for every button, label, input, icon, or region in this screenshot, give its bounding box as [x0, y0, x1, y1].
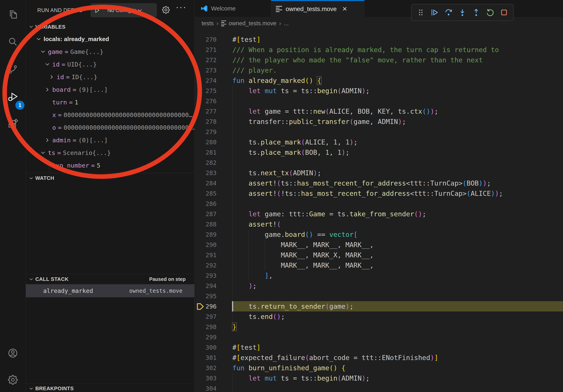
line-number[interactable]: 303 [194, 373, 217, 383]
line-number[interactable]: 280 [194, 137, 217, 147]
code-line-304[interactable]: 304 [194, 383, 563, 392]
code-line-298[interactable]: 298} [194, 322, 563, 332]
code-line-271[interactable]: 271/// When a position is already marked… [194, 45, 563, 55]
source-control-icon[interactable] [7, 64, 18, 75]
line-number[interactable]: 286 [194, 198, 217, 209]
settings-gear-icon[interactable] [7, 374, 18, 385]
code-line-283[interactable]: 283 ts.next_tx(ADMIN); [194, 168, 563, 178]
chevron-right-icon[interactable] [44, 137, 51, 144]
code-line-272[interactable]: 272/// the player who made the "false" m… [194, 55, 563, 65]
search-icon[interactable] [7, 36, 18, 47]
code-line-277[interactable]: 277 let game = ttt::new(ALICE, BOB, KEY,… [194, 106, 563, 117]
code-line-270[interactable]: 270#[test] [194, 34, 563, 45]
code-line-291[interactable]: 291 MARK__, MARK_X, MARK__, [194, 250, 563, 260]
code-line-285[interactable]: 285 assert!(!ts::has_most_recent_for_add… [194, 188, 563, 198]
call-stack-section-header[interactable]: CALL STACK Paused on step [26, 274, 194, 284]
code-line-281[interactable]: 281 ts.place_mark(BOB, 1, 1); [194, 147, 563, 157]
code-line-290[interactable]: 290 MARK__, MARK__, MARK__, [194, 240, 563, 250]
code-line-300[interactable]: 300#[test] [194, 342, 563, 353]
line-number[interactable]: 298 [194, 322, 217, 332]
variable-row[interactable]: admin=(0)[...] [26, 134, 194, 146]
variable-row[interactable]: txn_number=5 [26, 159, 194, 172]
code-line-301[interactable]: 301#[expected_failure(abort_code = ttt::… [194, 353, 563, 363]
breadcrumb-symbol[interactable]: ... [284, 20, 289, 27]
variable-row[interactable]: o=00000000000000000000000000000000000… [26, 121, 194, 134]
line-number[interactable]: 273 [194, 65, 217, 75]
extensions-icon[interactable] [7, 118, 18, 130]
line-number[interactable]: 302 [194, 363, 217, 373]
variables-scope-row[interactable]: locals: already_marked [26, 33, 194, 45]
code-line-274[interactable]: 274fun already_marked() { [194, 75, 563, 86]
debug-settings-gear-icon[interactable] [162, 6, 170, 15]
code-line-289[interactable]: 289 game.board() == vector[ [194, 229, 563, 240]
line-number[interactable]: 271 [194, 45, 217, 55]
breakpoints-section-header[interactable]: BREAKPOINTS [26, 383, 194, 392]
line-number[interactable]: 288 [194, 219, 217, 229]
code-editor[interactable]: 270#[test]271/// When a position is alre… [194, 30, 563, 392]
code-line-287[interactable]: 287 let game: ttt::Game = ts.take_from_s… [194, 209, 563, 219]
close-tab-icon[interactable]: ✕ [342, 5, 347, 13]
watch-section-header[interactable]: WATCH [26, 173, 194, 183]
line-number[interactable]: 299 [194, 332, 217, 342]
line-number[interactable]: 270 [194, 34, 217, 45]
restart-icon[interactable] [485, 8, 495, 17]
step-into-icon[interactable] [458, 8, 467, 17]
code-line-278[interactable]: 278 transfer::public_transfer(game, ADMI… [194, 117, 563, 127]
line-number[interactable]: 277 [194, 106, 217, 117]
chevron-down-icon[interactable] [35, 36, 42, 42]
code-line-275[interactable]: 275 let mut ts = ts::begin(ADMIN); [194, 86, 563, 96]
code-line-284[interactable]: 284 assert!(ts::has_most_recent_for_addr… [194, 178, 563, 188]
step-out-icon[interactable] [471, 8, 481, 17]
variable-row[interactable]: turn=1 [26, 96, 194, 109]
line-number[interactable]: 285 [194, 188, 217, 198]
code-line-303[interactable]: 303 let mut ts = ts::begin(ADMIN); [194, 373, 563, 383]
variable-row[interactable]: id=ID{...} [26, 71, 194, 83]
line-number[interactable]: 297 [194, 312, 217, 322]
chevron-right-icon[interactable] [48, 74, 55, 80]
call-stack-frame[interactable]: already_marked owned_tests.move [26, 284, 194, 297]
more-actions-icon[interactable]: ··· [176, 1, 187, 12]
line-number[interactable]: 287 [194, 209, 217, 219]
line-number[interactable]: 292 [194, 260, 217, 270]
line-number[interactable]: 289 [194, 229, 217, 240]
code-line-276[interactable]: 276 [194, 96, 563, 106]
line-number[interactable]: 290 [194, 240, 217, 250]
chevron-right-icon[interactable] [44, 86, 51, 93]
breadcrumb-file[interactable]: owned_tests.move [229, 20, 276, 27]
code-line-286[interactable]: 286 [194, 198, 563, 209]
chevron-down-icon[interactable] [40, 149, 46, 156]
line-number[interactable]: 278 [194, 117, 217, 127]
toolbar-drag-grip[interactable] [416, 8, 426, 17]
line-number[interactable]: 274 [194, 75, 217, 86]
chevron-down-icon[interactable] [44, 61, 51, 68]
code-line-297[interactable]: 297 ts.end(); [194, 312, 563, 322]
tab-owned-tests-move[interactable]: owned_tests.move ✕ [271, 0, 365, 17]
start-debug-config-button[interactable]: No Configur [90, 3, 157, 17]
code-line-280[interactable]: 280 ts.place_mark(ALICE, 1, 1); [194, 137, 563, 147]
line-number[interactable]: 300 [194, 342, 217, 353]
code-line-282[interactable]: 282 [194, 157, 563, 168]
line-number[interactable]: 295 [194, 291, 217, 301]
account-icon[interactable] [7, 348, 18, 359]
variable-row[interactable]: ts=Scenario{...} [26, 146, 194, 159]
line-number[interactable]: 301 [194, 353, 217, 363]
line-number[interactable]: 291 [194, 250, 217, 260]
variables-section-header[interactable]: VARIABLES [26, 22, 194, 32]
line-number[interactable]: 294 [194, 281, 217, 291]
code-line-302[interactable]: 302fun burn_unfinished_game() { [194, 363, 563, 373]
line-number[interactable]: 276 [194, 96, 217, 106]
variable-row[interactable]: x=0000000000000000000000000000000000… [26, 109, 194, 121]
stop-icon[interactable] [499, 8, 509, 17]
code-line-299[interactable]: 299 [194, 332, 563, 342]
line-number[interactable]: 283 [194, 168, 217, 178]
code-line-296[interactable]: 296 ts.return_to_sender(game); [194, 301, 563, 312]
code-line-288[interactable]: 288 assert!( [194, 219, 563, 229]
code-line-292[interactable]: 292 MARK__, MARK__, MARK__, [194, 260, 563, 270]
variable-row[interactable]: game=Game{...} [26, 45, 194, 58]
code-line-279[interactable]: 279 [194, 127, 563, 137]
line-number[interactable]: 272 [194, 55, 217, 65]
chevron-down-icon[interactable] [137, 7, 143, 13]
tab-welcome[interactable]: Welcome [194, 0, 271, 17]
variable-row[interactable]: board=(9)[...] [26, 83, 194, 96]
line-number[interactable]: 275 [194, 86, 217, 96]
